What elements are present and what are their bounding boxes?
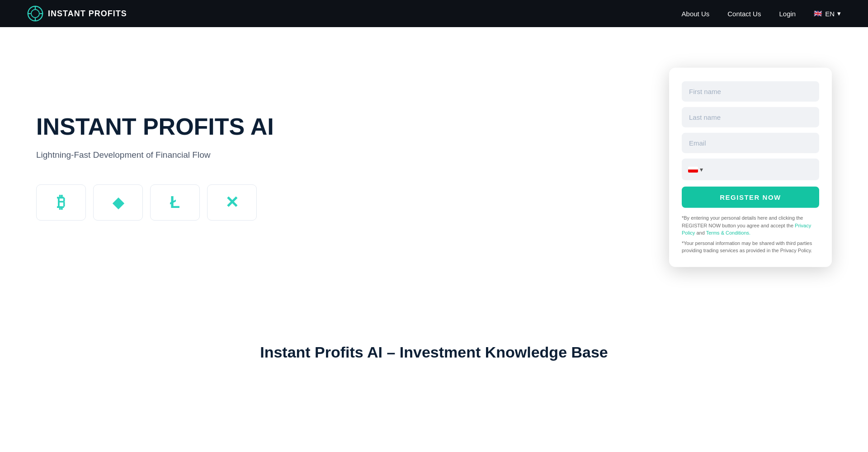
brand-logo-area: INSTANT PROFITS xyxy=(27,5,127,22)
knowledge-base-section: Instant Profits AI – Investment Knowledg… xyxy=(0,307,868,379)
flag-icon: 🇬🇧 xyxy=(814,9,822,18)
disclaimer-text-1: *By entering your personal details here … xyxy=(682,215,803,228)
svg-point-1 xyxy=(31,9,39,18)
ethereum-card: ◆ xyxy=(93,184,143,221)
language-selector[interactable]: 🇬🇧 EN ▾ xyxy=(814,9,841,18)
nav-about-us[interactable]: About Us xyxy=(682,10,710,18)
last-name-input[interactable] xyxy=(682,107,819,127)
hero-section: 63.50% 80.2+ INSTANT PROFITS AI Lightnin… xyxy=(0,27,868,307)
lang-code: EN xyxy=(825,10,835,18)
nav-login[interactable]: Login xyxy=(779,10,796,18)
disclaimer-text-2: *Your personal information may be shared… xyxy=(682,239,819,254)
navbar: INSTANT PROFITS About Us Contact Us Logi… xyxy=(0,0,868,27)
and-text: and xyxy=(695,230,706,235)
ripple-card: ✕ xyxy=(207,184,257,221)
chevron-down-icon: ▾ xyxy=(837,9,841,18)
terms-link[interactable]: Terms & Conditions. xyxy=(706,230,750,235)
bitcoin-card: ₿ xyxy=(36,184,86,221)
brand-icon xyxy=(27,5,43,22)
phone-field[interactable]: ▾ xyxy=(682,159,819,180)
phone-flag-selector[interactable]: ▾ xyxy=(688,166,703,173)
litecoin-icon: Ł xyxy=(170,193,180,212)
hero-subtitle: Lightning-Fast Development of Financial … xyxy=(36,149,226,162)
email-input[interactable] xyxy=(682,133,819,153)
bitcoin-icon: ₿ xyxy=(57,193,65,212)
nav-links: About Us Contact Us Login 🇬🇧 EN ▾ xyxy=(682,9,841,18)
phone-code-display: ▾ xyxy=(700,166,703,173)
register-button[interactable]: REGISTER NOW xyxy=(682,187,819,208)
litecoin-card: Ł xyxy=(150,184,200,221)
registration-form: ▾ REGISTER NOW *By entering your persona… xyxy=(669,68,832,267)
nav-contact-us[interactable]: Contact Us xyxy=(727,10,761,18)
registration-form-wrapper: ▾ REGISTER NOW *By entering your persona… xyxy=(669,68,832,267)
first-name-input[interactable] xyxy=(682,81,819,102)
ethereum-icon: ◆ xyxy=(113,194,124,211)
knowledge-section-title: Instant Profits AI – Investment Knowledg… xyxy=(27,344,841,361)
form-disclaimer-text: *By entering your personal details here … xyxy=(682,214,819,254)
ripple-icon: ✕ xyxy=(225,193,239,212)
flag-icon xyxy=(688,166,698,172)
brand-name: INSTANT PROFITS xyxy=(48,9,127,19)
